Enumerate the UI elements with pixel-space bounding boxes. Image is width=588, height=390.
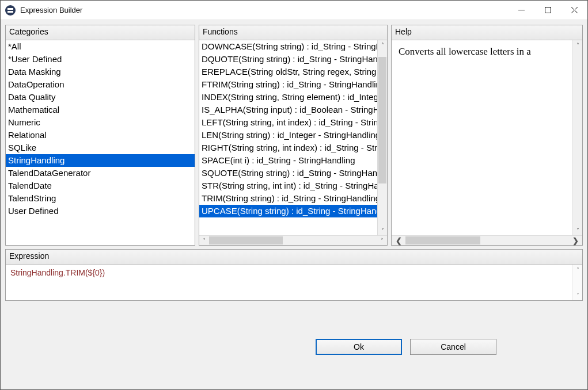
expression-panel: Expression StringHandling.TRIM(${0}) ˄ ˅ bbox=[5, 249, 583, 301]
help-panel: Help Converts all lowercase letters in a… bbox=[391, 25, 583, 246]
scroll-left-icon[interactable]: ˂ bbox=[199, 236, 209, 245]
category-item[interactable]: TalendDate bbox=[6, 179, 195, 192]
functions-horizontal-scrollbar[interactable]: ˂ ˃ bbox=[199, 235, 387, 245]
category-item[interactable]: *All bbox=[6, 40, 195, 53]
functions-list[interactable]: DOWNCASE(String string) : id_String - St… bbox=[199, 40, 387, 235]
category-item[interactable]: Data Masking bbox=[6, 66, 195, 78]
dialog-content: Categories *All*User DefinedData Masking… bbox=[1, 20, 587, 389]
functions-panel: Functions DOWNCASE(String string) : id_S… bbox=[199, 25, 388, 246]
function-item[interactable]: FTRIM(String string) : id_String - Strin… bbox=[199, 78, 377, 91]
expression-input[interactable]: StringHandling.TRIM(${0}) bbox=[6, 265, 572, 300]
scrollbar-thumb[interactable] bbox=[209, 236, 283, 244]
functions-vertical-scrollbar[interactable]: ˄ ˅ bbox=[377, 40, 387, 235]
category-item[interactable]: Relational bbox=[6, 129, 195, 142]
function-item[interactable]: RIGHT(String string, int index) : id_Str… bbox=[199, 142, 377, 154]
help-vertical-scrollbar[interactable]: ˄ ˅ bbox=[572, 40, 582, 235]
svg-rect-1 bbox=[7, 11, 13, 13]
category-item[interactable]: User Defined bbox=[6, 205, 195, 217]
category-item[interactable]: Numeric bbox=[6, 116, 195, 129]
categories-header: Categories bbox=[6, 25, 195, 40]
app-icon bbox=[5, 5, 16, 16]
category-item[interactable]: TalendDataGenerator bbox=[6, 167, 195, 179]
scroll-right-icon[interactable]: ˃ bbox=[377, 236, 387, 245]
help-header: Help bbox=[392, 25, 582, 40]
scroll-up-icon[interactable]: ˄ bbox=[378, 40, 387, 50]
scroll-up-icon[interactable]: ˄ bbox=[573, 40, 582, 50]
scroll-left-icon[interactable]: ❮ bbox=[392, 236, 405, 245]
window-title: Expression Builder bbox=[20, 6, 82, 14]
function-item[interactable]: DOWNCASE(String string) : id_String - St… bbox=[199, 40, 377, 53]
close-button[interactable] bbox=[561, 1, 587, 20]
function-item[interactable]: STR(String string, int int) : id_String … bbox=[199, 179, 377, 192]
categories-panel: Categories *All*User DefinedData Masking… bbox=[5, 25, 195, 246]
category-item[interactable]: SQLike bbox=[6, 142, 195, 154]
scroll-down-icon[interactable]: ˅ bbox=[378, 225, 387, 235]
category-item[interactable]: StringHandling bbox=[6, 154, 195, 167]
ok-button[interactable]: Ok bbox=[316, 339, 402, 355]
function-item[interactable]: UPCASE(String string) : id_String - Stri… bbox=[199, 205, 377, 217]
maximize-button[interactable] bbox=[534, 1, 561, 20]
expression-vertical-scrollbar[interactable]: ˄ ˅ bbox=[572, 265, 582, 300]
function-item[interactable]: LEFT(String string, int index) : id_Stri… bbox=[199, 116, 377, 129]
scroll-down-icon[interactable]: ˅ bbox=[573, 225, 582, 235]
minimize-button[interactable] bbox=[508, 1, 534, 20]
svg-rect-0 bbox=[7, 8, 13, 10]
scroll-right-icon[interactable]: ❯ bbox=[568, 236, 582, 245]
category-item[interactable]: *User Defined bbox=[6, 53, 195, 66]
function-item[interactable]: LEN(String string) : id_Integer - String… bbox=[199, 129, 377, 142]
function-item[interactable]: TRIM(String string) : id_String - String… bbox=[199, 192, 377, 205]
dialog-window: Expression Builder Categories *All*User … bbox=[0, 0, 588, 390]
function-item[interactable]: DQUOTE(String string) : id_String - Stri… bbox=[199, 53, 377, 66]
function-item[interactable]: SPACE(int i) : id_String - StringHandlin… bbox=[199, 154, 377, 167]
functions-header: Functions bbox=[199, 25, 387, 40]
function-item[interactable]: SQUOTE(String string) : id_String - Stri… bbox=[199, 167, 377, 179]
scrollbar-thumb[interactable] bbox=[378, 57, 386, 183]
window-controls bbox=[508, 1, 587, 20]
help-text: Converts all lowercase letters in a bbox=[392, 40, 572, 235]
category-item[interactable]: DataOperation bbox=[6, 78, 195, 91]
function-item[interactable]: INDEX(String string, String element) : i… bbox=[199, 91, 377, 104]
categories-list[interactable]: *All*User DefinedData MaskingDataOperati… bbox=[6, 40, 195, 245]
cancel-button[interactable]: Cancel bbox=[410, 339, 496, 355]
scroll-up-icon[interactable]: ˄ bbox=[573, 265, 582, 274]
titlebar: Expression Builder bbox=[1, 1, 587, 20]
svg-rect-3 bbox=[545, 7, 551, 13]
category-item[interactable]: Data Quality bbox=[6, 91, 195, 104]
expression-header: Expression bbox=[6, 250, 582, 265]
dialog-buttons: Ok Cancel bbox=[5, 339, 583, 355]
help-body: Converts all lowercase letters in a ˄ ˅ bbox=[392, 40, 582, 235]
category-item[interactable]: Mathematical bbox=[6, 104, 195, 116]
function-item[interactable]: EREPLACE(String oldStr, String regex, St… bbox=[199, 66, 377, 78]
scroll-down-icon[interactable]: ˅ bbox=[573, 290, 582, 300]
help-horizontal-scrollbar[interactable]: ❮ ❯ bbox=[392, 235, 582, 245]
scrollbar-thumb[interactable] bbox=[405, 236, 480, 244]
category-item[interactable]: TalendString bbox=[6, 192, 195, 205]
function-item[interactable]: IS_ALPHA(String input) : id_Boolean - St… bbox=[199, 104, 377, 116]
